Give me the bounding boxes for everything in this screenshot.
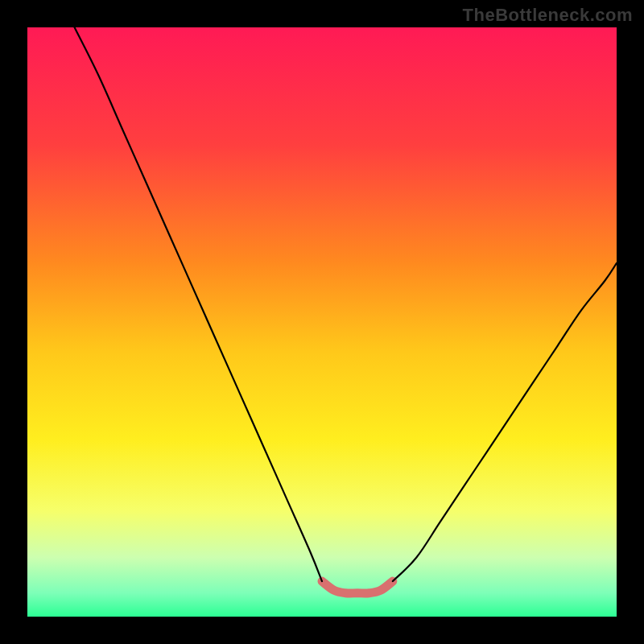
bottleneck-chart <box>0 0 644 644</box>
chart-frame: TheBottleneck.com <box>0 0 644 644</box>
